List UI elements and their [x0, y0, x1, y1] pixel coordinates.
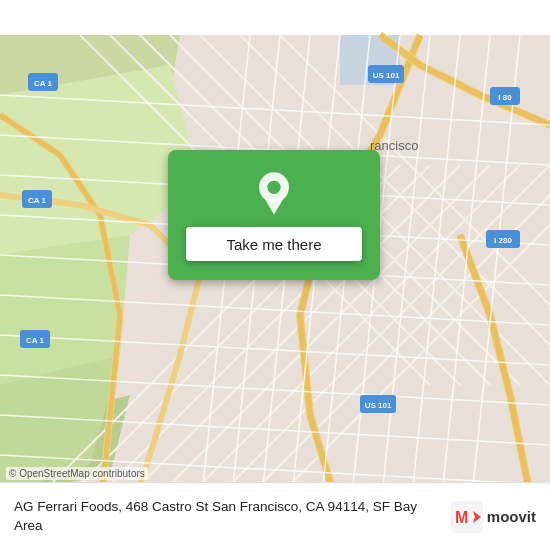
moovit-logo: M moovit	[451, 501, 536, 533]
svg-point-64	[267, 181, 280, 194]
map-attribution: © OpenStreetMap contributors	[6, 467, 148, 480]
svg-text:US 101: US 101	[365, 401, 392, 410]
location-card: Take me there	[168, 150, 380, 280]
svg-text:US 101: US 101	[373, 71, 400, 80]
moovit-logo-icon: M	[451, 501, 483, 533]
map-container: CA 1 CA 1 CA 1 US 101 US 101 US 101 I 80…	[0, 0, 550, 550]
svg-text:CA 1: CA 1	[34, 79, 52, 88]
take-me-there-button[interactable]: Take me there	[186, 227, 362, 261]
svg-text:rancisco: rancisco	[370, 138, 418, 153]
svg-text:I 280: I 280	[494, 236, 512, 245]
svg-text:M: M	[455, 509, 468, 526]
svg-text:CA 1: CA 1	[26, 336, 44, 345]
info-bar: AG Ferrari Foods, 468 Castro St San Fran…	[0, 482, 550, 550]
moovit-brand-text: moovit	[487, 508, 536, 525]
svg-text:I 80: I 80	[498, 93, 512, 102]
svg-text:CA 1: CA 1	[28, 196, 46, 205]
svg-marker-65	[265, 199, 283, 215]
location-pin-icon	[249, 169, 299, 219]
address-text: AG Ferrari Foods, 468 Castro St San Fran…	[14, 498, 441, 536]
